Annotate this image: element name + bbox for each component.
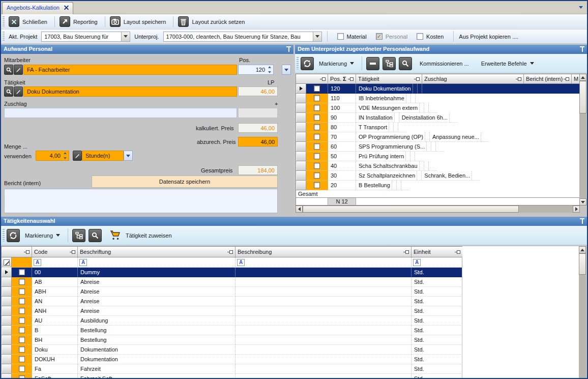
table-row[interactable]: ABAbreiseStd. bbox=[2, 277, 462, 287]
row-selector[interactable] bbox=[296, 171, 306, 181]
taetigkeit-field[interactable]: Doku Dokumentation bbox=[23, 86, 237, 97]
scroll-up-icon[interactable] bbox=[579, 246, 586, 253]
column-pin-icon[interactable] bbox=[229, 250, 233, 254]
column-pin-icon[interactable] bbox=[518, 77, 521, 81]
filter-a-icon[interactable]: A bbox=[413, 259, 421, 266]
row-selector[interactable] bbox=[296, 132, 306, 142]
row-checkbox[interactable] bbox=[314, 143, 320, 150]
row-selector[interactable] bbox=[2, 355, 12, 364]
row-checkbox-cell[interactable] bbox=[306, 113, 328, 123]
table-row[interactable]: 80T Transport bbox=[296, 123, 579, 132]
row-selector[interactable] bbox=[296, 103, 306, 113]
row-checkbox-cell[interactable] bbox=[306, 84, 328, 94]
row-checkbox-cell[interactable] bbox=[12, 297, 32, 306]
einheit-field[interactable]: Stunde(n) bbox=[82, 151, 124, 161]
header-m[interactable]: M bbox=[572, 74, 579, 83]
row-checkbox-cell[interactable] bbox=[12, 335, 32, 345]
markierung-dropdown[interactable]: Markierung bbox=[314, 61, 359, 67]
header-indicator[interactable] bbox=[2, 247, 32, 257]
row-checkbox[interactable] bbox=[19, 279, 25, 285]
vertical-scrollbar[interactable] bbox=[579, 74, 586, 206]
table-row[interactable]: 120Doku Dokumentation bbox=[296, 84, 579, 94]
row-selector[interactable] bbox=[2, 306, 12, 316]
column-pin-icon[interactable] bbox=[26, 250, 30, 254]
row-selector[interactable] bbox=[296, 142, 306, 152]
row-checkbox-cell[interactable] bbox=[306, 123, 328, 132]
row-checkbox[interactable] bbox=[19, 375, 25, 378]
row-checkbox[interactable] bbox=[314, 95, 320, 101]
row-checkbox-cell[interactable] bbox=[12, 326, 32, 335]
table-row[interactable]: 110IB Inbetriebnahme bbox=[296, 94, 579, 103]
scroll-up-icon[interactable] bbox=[579, 74, 586, 81]
select-all-cell[interactable] bbox=[2, 257, 12, 268]
tree-view-button[interactable] bbox=[383, 57, 396, 70]
table-row[interactable]: 70OP Programmierung (OP)Anpassung neue..… bbox=[296, 132, 579, 142]
scrollbar-track[interactable] bbox=[519, 206, 573, 213]
taetigkeit-zuweisen-button[interactable]: Tätigkeit zuweisen bbox=[126, 232, 172, 239]
row-checkbox[interactable] bbox=[19, 366, 25, 372]
row-checkbox-cell[interactable] bbox=[12, 287, 32, 297]
row-checkbox[interactable] bbox=[314, 153, 320, 159]
row-checkbox-cell[interactable] bbox=[306, 152, 328, 161]
table-row[interactable]: 00DummyStd. bbox=[2, 268, 462, 277]
row-selector[interactable] bbox=[2, 268, 12, 277]
taetigkeit-edit-button[interactable] bbox=[14, 86, 23, 97]
row-selector[interactable] bbox=[2, 335, 12, 345]
row-checkbox[interactable] bbox=[19, 327, 25, 333]
pin-icon[interactable] bbox=[580, 46, 584, 52]
chevron-down-icon[interactable] bbox=[313, 32, 321, 41]
row-checkbox-cell[interactable] bbox=[12, 316, 32, 326]
table-row[interactable]: ANHAnreiseStd. bbox=[2, 306, 462, 316]
row-checkbox[interactable] bbox=[314, 124, 320, 130]
material-checkbox[interactable] bbox=[337, 33, 344, 40]
column-pin-icon[interactable] bbox=[72, 250, 75, 254]
table-row[interactable]: 100VDE Messungen extern bbox=[296, 103, 579, 113]
row-checkbox[interactable] bbox=[314, 172, 320, 179]
row-selector[interactable] bbox=[296, 94, 306, 103]
filter-einheit[interactable]: A bbox=[411, 257, 462, 268]
toolbar-grip[interactable] bbox=[297, 57, 299, 70]
row-checkbox-cell[interactable] bbox=[306, 94, 328, 103]
row-checkbox-cell[interactable] bbox=[306, 171, 328, 181]
filter-a-icon[interactable]: A bbox=[34, 259, 41, 266]
filter-code[interactable]: A bbox=[32, 257, 78, 268]
table-row[interactable]: BBestellungStd. bbox=[2, 326, 462, 335]
einheit-dropdown-button[interactable] bbox=[124, 151, 133, 161]
toolbar-grip[interactable] bbox=[3, 32, 5, 41]
reporting-button[interactable]: Reporting bbox=[57, 15, 102, 28]
row-checkbox[interactable] bbox=[314, 105, 320, 111]
row-checkbox-cell[interactable] bbox=[306, 142, 328, 152]
table-row[interactable]: ABHAbreiseStd. bbox=[2, 287, 462, 297]
personal-checkbox[interactable]: ✓ bbox=[376, 33, 383, 40]
row-checkbox-cell[interactable] bbox=[12, 268, 32, 277]
row-checkbox[interactable] bbox=[314, 85, 320, 92]
kommissionieren-button[interactable]: Kommissionieren ... bbox=[420, 61, 469, 67]
zuschlag-input[interactable] bbox=[4, 108, 237, 118]
taetigkeit-search-button[interactable] bbox=[4, 86, 13, 97]
scroll-down-icon[interactable] bbox=[579, 198, 586, 206]
row-selector[interactable] bbox=[296, 152, 306, 161]
row-checkbox-cell[interactable] bbox=[306, 103, 328, 113]
spinner-arrows-icon[interactable] bbox=[267, 66, 272, 73]
table-row[interactable]: BHBestellungStd. bbox=[2, 335, 462, 345]
akt-projekt-combobox[interactable]: 17003, Bau Steuerung für bbox=[41, 32, 130, 42]
abzurech-preis-field[interactable]: 46,00 bbox=[238, 137, 278, 147]
row-checkbox-cell[interactable] bbox=[306, 181, 328, 190]
pin-icon[interactable] bbox=[580, 218, 584, 224]
row-checkbox-cell[interactable] bbox=[12, 277, 32, 287]
scrollbar-track[interactable] bbox=[579, 275, 586, 378]
table-row[interactable]: 90IN InstallationDeinstallation 6h... bbox=[296, 113, 579, 123]
row-selector[interactable] bbox=[2, 316, 12, 326]
tab-angebots-kalkulation[interactable]: Angebots-Kalkulation bbox=[2, 2, 73, 14]
pin-icon[interactable] bbox=[286, 46, 291, 52]
search-button[interactable] bbox=[89, 229, 102, 242]
sum-icon[interactable]: Σ bbox=[343, 76, 346, 82]
column-pin-icon[interactable] bbox=[350, 77, 354, 81]
layout-speichern-button[interactable]: Layout speichern bbox=[108, 15, 171, 28]
row-checkbox[interactable] bbox=[19, 356, 25, 362]
table-row[interactable]: 20B Bestellung bbox=[296, 181, 579, 190]
mitarbeiter-dropdown-button[interactable] bbox=[282, 65, 291, 75]
table-row[interactable]: DOKUHDokumentationStd. bbox=[2, 355, 462, 364]
row-checkbox[interactable] bbox=[314, 163, 320, 169]
scroll-left-icon[interactable] bbox=[296, 206, 303, 213]
